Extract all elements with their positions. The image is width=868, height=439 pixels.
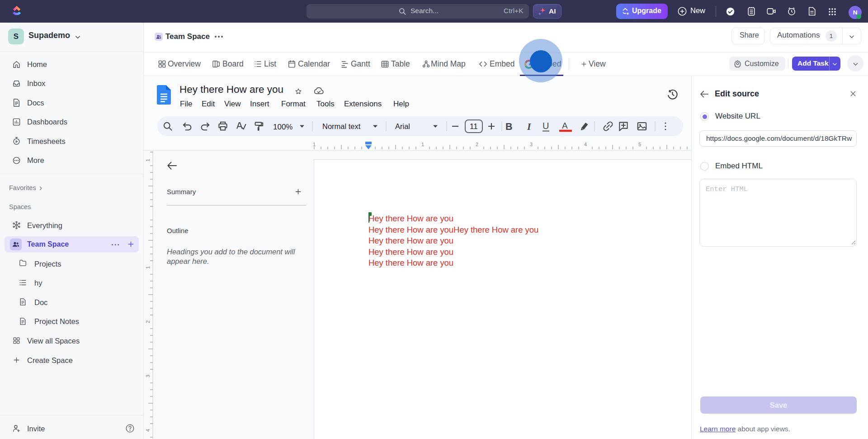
svg-text:2: 2 [146, 320, 151, 323]
svg-text:2: 2 [476, 142, 478, 147]
svg-text:1: 1 [421, 142, 424, 147]
svg-text:U: U [542, 121, 549, 131]
svg-text:100%: 100% [273, 123, 292, 131]
svg-text:3: 3 [530, 142, 533, 147]
svg-text:Arial: Arial [395, 122, 410, 130]
svg-text:3: 3 [146, 375, 151, 377]
svg-text:4: 4 [146, 429, 151, 432]
svg-text:A: A [562, 121, 568, 130]
svg-text:I: I [527, 121, 531, 132]
svg-text:1: 1 [146, 159, 151, 162]
svg-text:1: 1 [146, 266, 151, 269]
svg-text:4: 4 [584, 142, 587, 147]
svg-text:Normal text: Normal text [322, 122, 361, 130]
svg-text:5: 5 [638, 142, 641, 147]
svg-text:1: 1 [313, 142, 316, 147]
svg-text:B: B [505, 121, 513, 132]
svg-text:11: 11 [470, 122, 478, 131]
